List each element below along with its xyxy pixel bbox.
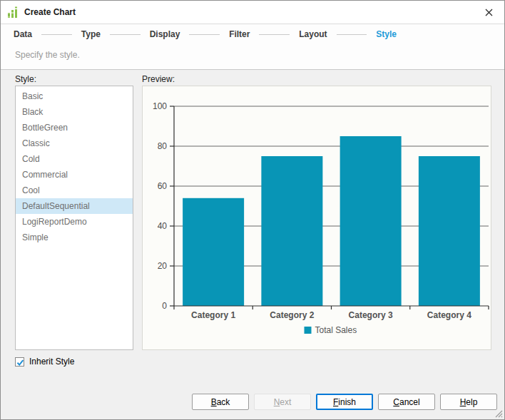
step-separator: [337, 34, 367, 35]
resize-grip-icon[interactable]: [494, 409, 503, 418]
style-list-item-basic[interactable]: Basic: [16, 88, 133, 104]
step-separator: [110, 34, 141, 35]
svg-text:100: 100: [153, 101, 167, 111]
svg-text:20: 20: [158, 261, 168, 271]
help-button[interactable]: Help: [440, 394, 497, 410]
check-icon: [16, 358, 25, 367]
wizard-steps: DataTypeDisplayFilterLayoutStyle: [14, 29, 397, 39]
svg-text:Total Sales: Total Sales: [315, 325, 357, 335]
wizard-step-display[interactable]: Display: [150, 29, 180, 39]
wizard-header: DataTypeDisplayFilterLayoutStyle Specify…: [1, 24, 504, 70]
next-button[interactable]: Next: [254, 394, 311, 410]
preview-label: Preview:: [142, 74, 175, 84]
inherit-style-row: Inherit Style: [15, 357, 74, 367]
wizard-step-data[interactable]: Data: [14, 29, 32, 39]
style-list-item-black[interactable]: Black: [16, 104, 133, 120]
preview-panel: 020406080100Category 1Category 2Category…: [142, 86, 491, 350]
wizard-step-layout[interactable]: Layout: [299, 29, 327, 39]
style-list-item-classic[interactable]: Classic: [16, 135, 133, 151]
svg-text:Category 1: Category 1: [191, 310, 235, 320]
style-list-item-bottlegreen[interactable]: BottleGreen: [16, 120, 133, 135]
wizard-step-filter[interactable]: Filter: [229, 29, 250, 39]
svg-text:40: 40: [158, 221, 168, 231]
svg-text:0: 0: [162, 301, 167, 311]
svg-text:60: 60: [158, 181, 168, 191]
svg-text:Category 3: Category 3: [349, 310, 393, 320]
wizard-step-type[interactable]: Type: [81, 29, 101, 39]
wizard-subtitle: Specify the style.: [15, 50, 80, 60]
style-list-item-cool[interactable]: Cool: [16, 183, 133, 198]
style-list-label: Style:: [15, 74, 36, 84]
svg-text:Category 4: Category 4: [427, 310, 471, 320]
cancel-button[interactable]: Cancel: [378, 394, 435, 410]
close-button[interactable]: [477, 1, 500, 24]
preview-chart: 020406080100Category 1Category 2Category…: [143, 86, 491, 349]
back-button[interactable]: Back: [192, 394, 249, 410]
step-separator: [259, 34, 290, 35]
svg-text:Category 2: Category 2: [270, 310, 314, 320]
close-icon: [485, 9, 493, 16]
inherit-style-checkbox[interactable]: [15, 357, 24, 367]
step-separator: [41, 34, 72, 35]
style-list-item-defaultsequential[interactable]: DefaultSequential: [16, 198, 133, 214]
chart-icon: [7, 6, 19, 18]
step-separator: [189, 34, 220, 35]
style-listbox: BasicBlackBottleGreenClassicColdCommerci…: [15, 86, 133, 350]
wizard-step-style[interactable]: Style: [376, 29, 397, 39]
inherit-style-label[interactable]: Inherit Style: [29, 357, 74, 367]
title-bar[interactable]: Create Chart: [1, 1, 504, 24]
create-chart-dialog: Create Chart DataTypeDisplayFilterLayout…: [0, 0, 505, 420]
window-title: Create Chart: [24, 1, 76, 24]
style-list-item-simple[interactable]: Simple: [16, 230, 133, 245]
style-list-item-commercial[interactable]: Commercial: [16, 167, 133, 183]
svg-text:80: 80: [158, 141, 168, 151]
style-list-item-cold[interactable]: Cold: [16, 151, 133, 167]
style-list-item-logireportdemo[interactable]: LogiReportDemo: [16, 214, 133, 230]
finish-button[interactable]: Finish: [316, 394, 373, 410]
